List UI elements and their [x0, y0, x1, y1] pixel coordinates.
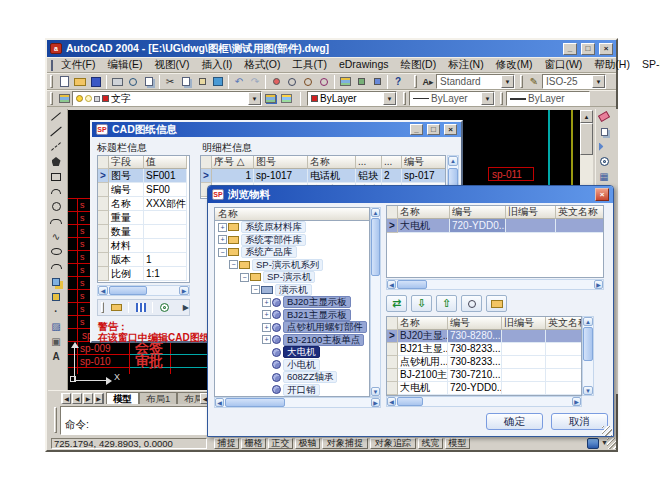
toolbar-grip[interactable]: [500, 92, 503, 105]
scroll-left-icon[interactable]: ◀: [387, 397, 396, 406]
status-toggle-栅格[interactable]: 栅格: [241, 438, 266, 449]
tree-item[interactable]: +点钞机用螺钉部件: [215, 321, 369, 334]
table-row[interactable]: 点钞机用...730-8233...: [387, 356, 581, 369]
column-header[interactable]: 序号 △: [212, 156, 254, 169]
tree-item[interactable]: +系统原材料库: [215, 221, 369, 234]
plot-icon[interactable]: [109, 74, 125, 89]
dim-style-combo[interactable]: ISO-25 ▼: [542, 74, 606, 89]
settings-gear-icon[interactable]: [155, 300, 174, 315]
tree-item[interactable]: −演示机: [215, 284, 369, 297]
collapse-icon[interactable]: −: [251, 285, 260, 294]
layer-manager-icon[interactable]: [56, 91, 72, 106]
column-header[interactable]: 编号: [402, 156, 446, 169]
expand-icon[interactable]: +: [262, 310, 271, 319]
point-icon[interactable]: ·: [48, 304, 64, 319]
tree-item[interactable]: 608ZZ轴承: [215, 371, 369, 384]
collapse-icon[interactable]: −: [240, 273, 249, 282]
status-toggle-极轴[interactable]: 极轴: [295, 438, 320, 449]
zoom-realtime-icon[interactable]: [284, 74, 300, 89]
table-row[interactable]: 名称XXX部件: [98, 197, 189, 211]
tree-item[interactable]: 开口销: [215, 384, 369, 397]
toolbar-grip[interactable]: [50, 92, 53, 105]
menu-item[interactable]: 帮助(H): [588, 57, 636, 73]
match-properties-icon[interactable]: [210, 74, 226, 89]
browse-titlebar[interactable]: SP 浏览物料 ×: [208, 186, 613, 203]
status-toggle-模型[interactable]: 模型: [445, 438, 470, 449]
expand-icon[interactable]: +: [218, 223, 227, 232]
column-header[interactable]: 旧编号: [506, 206, 556, 219]
column-header[interactable]: 图号: [254, 156, 308, 169]
title-grid-hscrollbar[interactable]: ◀ ▶: [97, 285, 190, 296]
status-toggle-捕捉[interactable]: 捕捉: [214, 438, 239, 449]
expand-icon[interactable]: +: [262, 335, 271, 344]
column-header[interactable]: 英文名称: [546, 317, 582, 330]
chevron-down-icon[interactable]: ▼: [501, 75, 514, 88]
text-style-combo[interactable]: Standard ▼: [436, 74, 515, 89]
menu-item[interactable]: 格式(O): [238, 57, 286, 73]
tree-item[interactable]: +BJ21主显示板: [215, 309, 369, 322]
redo-icon[interactable]: ↷: [247, 74, 263, 89]
toolbar-grip[interactable]: [101, 302, 104, 313]
cad-info-titlebar[interactable]: SP CAD图纸信息 _ □ ×: [92, 122, 461, 137]
dialog-maximize-button[interactable]: □: [427, 124, 440, 135]
scroll-up-icon[interactable]: ▲: [583, 317, 593, 326]
scroll-thumb[interactable]: [225, 398, 285, 407]
offset-icon[interactable]: [596, 154, 612, 169]
app-titlebar[interactable]: a AutoCAD 2004 - [E:\UG\dwg\图框\测试用图(部件).…: [47, 40, 616, 57]
polyline-icon[interactable]: [48, 139, 64, 154]
column-header[interactable]: 字段: [109, 156, 144, 169]
expand-icon[interactable]: +: [262, 323, 271, 332]
first-tab-icon[interactable]: ◀: [61, 393, 71, 404]
menu-item[interactable]: SP-PDM插件(P): [636, 57, 660, 73]
menu-item[interactable]: 标注(N): [442, 57, 490, 73]
ok-button[interactable]: 确定: [486, 413, 543, 430]
table-row[interactable]: >BJ20主显...730-8280...: [387, 330, 581, 343]
download-icon[interactable]: ⇩: [411, 295, 432, 312]
menu-item[interactable]: 窗口(W): [538, 57, 588, 73]
make-layer-current-icon[interactable]: [262, 91, 278, 106]
revision-cloud-icon[interactable]: [48, 214, 64, 229]
save-icon[interactable]: [88, 74, 104, 89]
collapse-icon[interactable]: −: [218, 248, 227, 257]
make-block-icon[interactable]: [48, 289, 64, 304]
communication-center-icon[interactable]: [587, 438, 599, 449]
scroll-down-icon[interactable]: ▼: [583, 386, 593, 395]
color-combo[interactable]: ByLayer ▼: [307, 91, 397, 106]
region-icon[interactable]: ▣: [48, 334, 64, 349]
column-header[interactable]: ...: [382, 156, 402, 169]
scroll-right-icon[interactable]: ▶: [594, 280, 603, 289]
close-button[interactable]: ×: [599, 43, 613, 55]
insert-block-icon[interactable]: [48, 274, 64, 289]
last-tab-icon[interactable]: ▶: [94, 393, 104, 404]
export-icon[interactable]: [107, 300, 126, 315]
new-icon[interactable]: [56, 74, 72, 89]
erase-icon[interactable]: [596, 109, 612, 124]
table-row[interactable]: 比例1:1: [98, 267, 189, 281]
tree-item[interactable]: 大电机: [215, 346, 369, 359]
menu-item[interactable]: eDrawings: [333, 57, 395, 73]
toolbar-grip[interactable]: [414, 75, 417, 88]
scroll-thumb[interactable]: [397, 397, 423, 406]
tree-item[interactable]: −SP-演示机系列: [215, 259, 369, 272]
next-tab-icon[interactable]: ▶: [83, 393, 93, 404]
scroll-up-icon[interactable]: ▲: [371, 208, 380, 217]
scroll-thumb[interactable]: [583, 327, 593, 361]
menu-item[interactable]: 修改(M): [490, 57, 539, 73]
table-row[interactable]: >大电机720-YDD0...: [387, 219, 603, 233]
scroll-thumb[interactable]: [109, 286, 147, 295]
tree-item[interactable]: −SP-演示机: [215, 271, 369, 284]
layer-previous-icon[interactable]: [278, 91, 294, 106]
selected-material-table[interactable]: 名称编号旧编号英文名称>大电机720-YDD0...: [386, 205, 604, 278]
dialog-minimize-button[interactable]: _: [410, 124, 423, 135]
title-block-grid[interactable]: 字段值>图号SF001编号SF00名称XXX部件重量数量材料版本1比例1:1: [97, 155, 190, 283]
chevron-down-icon[interactable]: ▼: [248, 92, 261, 105]
dialog-close-button[interactable]: ×: [444, 124, 457, 135]
list-hscrollbar[interactable]: ◀ ▶: [386, 396, 582, 407]
cancel-button[interactable]: 取消: [551, 413, 608, 430]
tree-vscrollbar[interactable]: ▲ ▼: [370, 207, 381, 397]
toolbar-grip[interactable]: [520, 75, 523, 88]
scroll-up-icon[interactable]: ▲: [448, 156, 458, 166]
scroll-thumb[interactable]: [397, 280, 427, 289]
publish-icon[interactable]: [141, 74, 157, 89]
upload-icon[interactable]: ⇧: [436, 295, 457, 312]
